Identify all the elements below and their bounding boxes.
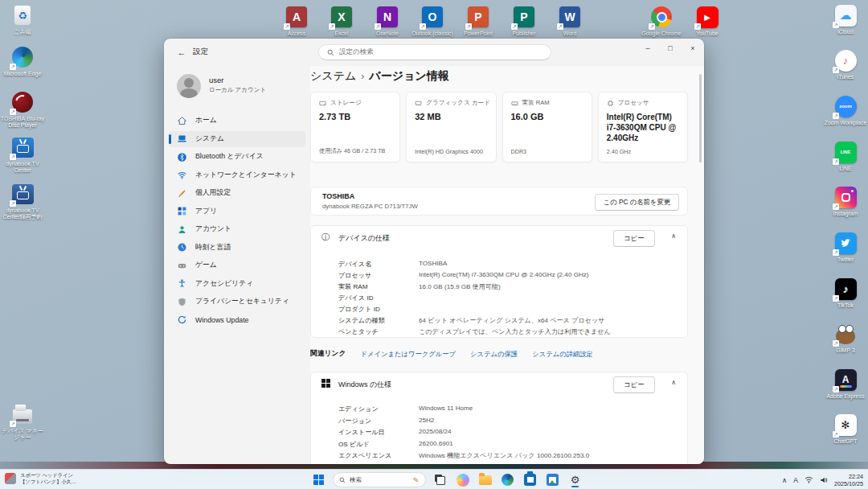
- link-system-protection[interactable]: システムの保護: [470, 350, 518, 359]
- photos-button[interactable]: [544, 471, 561, 488]
- desktop-icon-publisher[interactable]: P↗ Publisher: [502, 5, 547, 37]
- speaker-icon[interactable]: [820, 476, 828, 484]
- desktop-icon-powerpoint[interactable]: P↗ PowerPoint: [456, 5, 501, 37]
- wifi-icon[interactable]: [805, 476, 813, 483]
- task-view-button[interactable]: [432, 471, 448, 488]
- windows-spec-header[interactable]: Windows の仕様 コピー ∧: [311, 372, 687, 395]
- sidebar-item-home[interactable]: ホーム: [169, 113, 305, 129]
- settings-button-active[interactable]: ⚙: [567, 471, 583, 488]
- accessibility-icon: [177, 278, 187, 289]
- photos-icon: [547, 474, 559, 486]
- wifi-icon: [177, 170, 187, 180]
- desktop-icon-label: Google Chrome: [639, 31, 684, 37]
- chevron-up-icon[interactable]: ∧: [671, 379, 676, 386]
- search-placeholder: 設定の検索: [339, 47, 374, 57]
- minimize-button[interactable]: –: [637, 39, 659, 58]
- onenote-icon: N↗: [375, 5, 399, 29]
- shortcut-arrow-icon: ↗: [833, 249, 839, 256]
- sidebar-item-system[interactable]: システム: [169, 131, 305, 147]
- desktop-icon-twitter[interactable]: ↗ Twitter: [823, 231, 868, 263]
- desktop-icon-access[interactable]: A↗ Access: [274, 5, 319, 37]
- sidebar-item-accounts[interactable]: アカウント: [169, 221, 305, 237]
- clock-date: 2025/10/25: [834, 480, 863, 487]
- ime-indicator[interactable]: A: [793, 476, 798, 484]
- desktop-icon-label: Access: [274, 31, 319, 37]
- desktop-icon-device-manager[interactable]: ↗ デバイス マネージャー: [0, 402, 45, 441]
- desktop-icon-zoom[interactable]: zoom↗ Zoom Workplace: [823, 94, 868, 126]
- rename-pc-button[interactable]: この PC の名前を変更: [595, 194, 679, 211]
- sidebar-item-privacy[interactable]: プライバシーとセキュリティ: [169, 294, 305, 310]
- sidebar-item-network[interactable]: ネットワークとインターネット: [169, 167, 305, 183]
- link-microsoft-terms[interactable]: Microsoft サービス規約: [338, 463, 467, 465]
- back-button[interactable]: ←: [174, 44, 190, 60]
- title-bar: ← 設定 設定の検索 – □ ×: [164, 39, 704, 66]
- shortcut-arrow-icon: ↗: [557, 23, 563, 30]
- desktop-icon-adobe-express[interactable]: A↗ Adobe Express: [823, 368, 868, 400]
- maximize-button[interactable]: □: [659, 39, 682, 58]
- widget-news-icon: [5, 473, 16, 484]
- content-scrollbar[interactable]: [699, 74, 702, 162]
- tv-record-icon: ↗: [10, 182, 35, 206]
- sidebar-item-accessibility[interactable]: アクセシビリティ: [169, 276, 305, 292]
- taskbar-search-label: 検索: [350, 476, 362, 484]
- copy-button[interactable]: コピー: [613, 230, 655, 247]
- sidebar-item-time-language[interactable]: 時刻と言語: [169, 240, 305, 256]
- desktop-icon-recycle-bin[interactable]: ♻ ごみ箱: [0, 3, 45, 35]
- desktop-icon-itunes[interactable]: ♪↗ iTunes: [823, 48, 868, 80]
- desktop-icon-edge[interactable]: ↗ Microsoft Edge: [0, 45, 45, 77]
- sidebar-item-windows-update[interactable]: Windows Update: [169, 312, 305, 328]
- desktop-icon-outlook[interactable]: O↗ Outlook (classic): [410, 5, 455, 37]
- sidebar-item-apps[interactable]: アプリ: [169, 203, 305, 220]
- copy-button[interactable]: コピー: [613, 376, 655, 393]
- copilot-button[interactable]: [454, 471, 471, 488]
- breadcrumb-root[interactable]: システム: [310, 69, 356, 82]
- desktop-icon-dynabook-tv[interactable]: ↗ dynabook TV Center: [0, 135, 45, 174]
- taskbar-clock[interactable]: 22:24 2025/10/25: [834, 473, 863, 487]
- file-explorer-button[interactable]: [477, 471, 493, 488]
- store-button[interactable]: [522, 471, 538, 488]
- desktop-icon-toshiba-bluray[interactable]: ↗ TOSHIBA Blu-ray Disc Player: [0, 90, 45, 129]
- desktop-icon-word[interactable]: W↗ Word: [547, 5, 592, 37]
- desktop-icon-gimp[interactable]: ↗ GIMP 3: [823, 322, 868, 354]
- gpu-icon: [415, 100, 422, 107]
- word-icon: W↗: [558, 5, 582, 29]
- shortcut-arrow-icon: ↗: [833, 203, 839, 210]
- desktop-icon-label: YouTube: [685, 31, 730, 37]
- widget-subline: 【ソフトバンク】小久…: [20, 479, 76, 485]
- desktop-icon-chatgpt[interactable]: ✻↗ ChatGPT: [823, 413, 868, 445]
- start-button[interactable]: [310, 471, 327, 488]
- tray-chevron-icon[interactable]: ∧: [782, 476, 787, 484]
- desktop-icon-label: dynabook TV Center録画予約: [0, 208, 45, 220]
- laptop-icon: [177, 134, 187, 144]
- widgets-button[interactable]: スポーツ ヘッドライン 【ソフトバンク】小久…: [5, 472, 76, 485]
- chatgpt-icon: ✻↗: [833, 413, 858, 437]
- desktop-icon-excel[interactable]: X↗ Excel: [319, 5, 364, 37]
- device-spec-header[interactable]: ⓘ デバイスの仕様 コピー ∧: [311, 226, 687, 249]
- settings-search-box[interactable]: 設定の検索: [318, 44, 551, 60]
- desktop-icon-instagram[interactable]: ↗ Instagram: [823, 185, 868, 217]
- link-domain-workgroup[interactable]: ドメインまたはワークグループ: [361, 350, 457, 359]
- close-button[interactable]: ×: [682, 39, 704, 58]
- desktop-icon-tiktok[interactable]: ♪↗ TikTok: [823, 277, 868, 309]
- brush-icon: [177, 188, 187, 199]
- ram-icon: [511, 100, 518, 107]
- user-name: user: [209, 76, 223, 84]
- desktop-icon-chrome[interactable]: ↗ Google Chrome: [639, 5, 684, 37]
- access-icon: A↗: [285, 5, 309, 29]
- sidebar-item-bluetooth[interactable]: Bluetooth とデバイス: [169, 149, 305, 165]
- desktop-icon-dynabook-tv-2[interactable]: ↗ dynabook TV Center録画予約: [0, 182, 45, 220]
- edge-icon: [502, 474, 514, 486]
- sidebar-item-personalization[interactable]: 個人用設定: [169, 185, 305, 201]
- sidebar-item-gaming[interactable]: ゲーム: [169, 257, 305, 273]
- desktop-icon-icloud[interactable]: ☁↗ iCloud: [823, 3, 868, 35]
- chevron-up-icon[interactable]: ∧: [671, 232, 676, 240]
- desktop-icon-label: OneNote: [365, 31, 410, 37]
- windows-logo-icon: [321, 379, 330, 388]
- desktop-icon-line[interactable]: LINE↗ LINE: [823, 140, 868, 172]
- taskbar-search[interactable]: 検索 ✎: [333, 472, 426, 487]
- edge-button[interactable]: [499, 471, 516, 488]
- avatar[interactable]: [177, 74, 201, 98]
- desktop-icon-onenote[interactable]: N↗ OneNote: [365, 5, 410, 37]
- desktop-icon-youtube[interactable]: ▶↗ YouTube: [685, 5, 730, 37]
- link-advanced-system-settings[interactable]: システムの詳細設定: [532, 350, 593, 359]
